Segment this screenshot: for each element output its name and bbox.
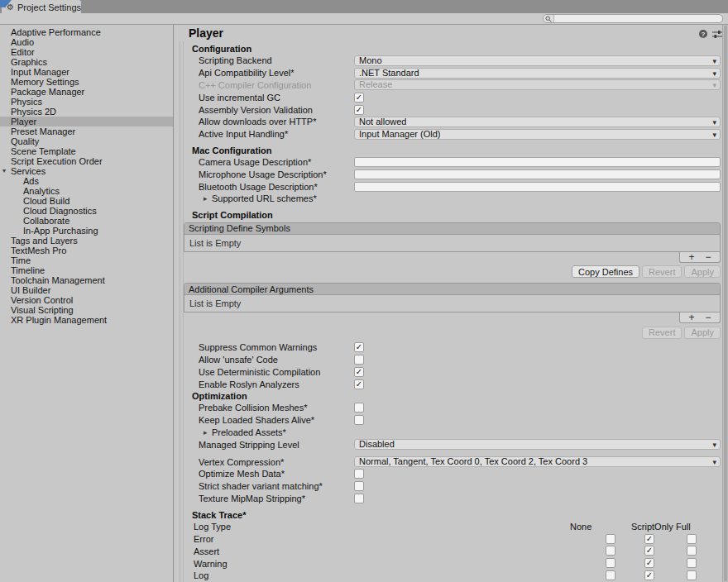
setting-row: Managed Stripping Level Disabled ▾ [184,438,721,451]
list-header[interactable]: Additional Compiler Arguments [184,284,720,295]
setting-label: Camera Usage Description* [184,157,354,167]
foldout-closed-icon[interactable]: ▸ [204,194,212,203]
scripting-define-symbols-list: Scripting Define Symbols List is Empty [184,222,721,252]
project-settings-tab[interactable]: ⚙ Project Settings [2,0,81,14]
sidebar-item-graphics[interactable]: Graphics [0,57,173,67]
sidebar-item-input-manager[interactable]: Input Manager [0,67,173,77]
use-incremental-gc-checkbox[interactable]: ✓ [354,93,364,103]
copy-defines-button[interactable]: Copy Defines [572,265,639,278]
log-full-checkbox[interactable] [687,570,697,580]
assert-none-checkbox[interactable] [606,546,615,556]
setting-label: Allow downloads over HTTP* [184,117,354,126]
section-header-stack-trace: Stack Trace* [184,509,721,521]
sidebar-item-analytics[interactable]: Analytics [0,186,173,196]
remove-button[interactable]: − [706,313,711,322]
setting-label: Use Deterministic Compilation [184,367,354,377]
error-full-checkbox[interactable] [687,534,697,544]
sidebar-item-preset-manager[interactable]: Preset Manager [0,126,173,136]
sidebar-item-xr-plugin-management[interactable]: XR Plugin Management [0,315,173,325]
sidebar-item-timeline[interactable]: Timeline [0,265,173,275]
log-none-checkbox[interactable] [606,570,615,580]
scrollbar-thumb[interactable] [724,26,727,581]
define-symbols-buttons: Copy Defines Revert Apply [184,265,721,278]
warning-full-checkbox[interactable] [687,558,697,568]
add-button[interactable]: + [688,313,694,322]
allow-downloads-over-http-dropdown[interactable]: Not allowed ▾ [354,117,721,127]
foldout-row: ▸ Preloaded Assets* [184,427,721,439]
setting-label: Managed Stripping Level [184,440,354,450]
sidebar-item-scene-template[interactable]: Scene Template [0,146,173,156]
sidebar-item-toolchain-management[interactable]: Toolchain Management [0,275,173,285]
prebake-collision-meshes-checkbox[interactable] [354,403,364,413]
compiler-args-buttons: Revert Apply [184,327,721,339]
setting-row: Microphone Usage Description* [184,168,721,180]
error-scriptonly-checkbox[interactable]: ✓ [644,534,654,544]
remove-button[interactable]: − [706,253,711,261]
sidebar-item-physics-2d[interactable]: Physics 2D [0,107,173,117]
setting-label: Enable Roslyn Analyzers [184,379,354,389]
vertex-compression-dropdown[interactable]: Normal, Tangent, Tex Coord 0, Tex Coord … [354,456,721,467]
warning-none-checkbox[interactable] [606,558,615,568]
cpp-compiler-configuration-dropdown: Release ▾ [354,79,721,90]
presets-icon[interactable] [712,31,722,41]
sidebar-item-version-control[interactable]: Version Control [0,295,173,305]
keep-loaded-shaders-alive-checkbox[interactable] [354,415,364,425]
error-none-checkbox[interactable] [606,534,615,544]
sidebar-item-collaborate[interactable]: Collaborate [0,216,173,226]
sidebar-item-time[interactable]: Time [0,255,173,265]
assembly-version-validation-checkbox[interactable]: ✓ [354,105,364,115]
enable-roslyn-analyzers-checkbox[interactable]: ✓ [354,379,364,389]
assert-full-checkbox[interactable] [687,546,697,556]
allow-unsafe-code-checkbox[interactable] [354,355,364,365]
sidebar-item-cloud-diagnostics[interactable]: Cloud Diagnostics [0,206,173,216]
search-field[interactable] [543,14,723,23]
help-icon[interactable]: ? [699,30,707,38]
microphone-usage-description-input[interactable] [354,169,721,179]
use-deterministic-compilation-checkbox[interactable]: ✓ [354,367,364,377]
sidebar-item-services[interactable]: ▾ Services [0,166,173,176]
setting-label: Scripting Backend [184,55,354,65]
texture-mipmap-stripping-checkbox[interactable] [354,494,364,503]
sidebar-item-player[interactable]: Player [0,117,173,126]
log-scriptonly-checkbox[interactable]: ✓ [644,570,654,580]
sidebar-item-ads[interactable]: Ads [0,176,173,186]
scripting-backend-dropdown[interactable]: Mono ▾ [354,55,721,66]
optimize-mesh-data-checkbox[interactable] [354,469,364,479]
strict-shader-variant-matching-checkbox[interactable] [354,481,364,491]
sidebar-item-textmesh-pro[interactable]: TextMesh Pro [0,246,173,255]
sidebar-item-script-execution-order[interactable]: Script Execution Order [0,156,173,166]
add-button[interactable]: + [688,253,694,261]
foldout-closed-icon[interactable]: ▸ [204,428,212,436]
sidebar-item-in-app-purchasing[interactable]: In-App Purchasing [0,226,173,236]
api-compatibility-dropdown[interactable]: .NET Standard ▾ [354,68,721,79]
sidebar-item-editor[interactable]: Editor [0,47,173,57]
sidebar-item-ui-builder[interactable]: UI Builder [0,285,173,295]
sidebar-item-tags-and-layers[interactable]: Tags and Layers [0,236,173,246]
setting-row: Active Input Handling* Input Manager (Ol… [184,128,721,141]
active-input-handling-dropdown[interactable]: Input Manager (Old) ▾ [354,129,721,140]
warning-scriptonly-checkbox[interactable]: ✓ [644,558,654,568]
stack-trace-row: Assert ✓ [184,545,721,557]
log-type: Error [184,534,354,544]
sidebar-item-quality[interactable]: Quality [0,136,173,146]
bluetooth-usage-description-input[interactable] [354,182,721,192]
sidebar-item-physics[interactable]: Physics [0,97,173,107]
sidebar-item-audio[interactable]: Audio [0,37,173,47]
preloaded-assets-foldout[interactable]: Preloaded Assets* [212,427,286,437]
sidebar-item-visual-scripting[interactable]: Visual Scripting [0,305,173,315]
suppress-common-warnings-checkbox[interactable]: ✓ [354,342,364,352]
sidebar-item-cloud-build[interactable]: Cloud Build [0,196,173,206]
managed-stripping-level-dropdown[interactable]: Disabled ▾ [354,439,721,450]
column-header-none: None [570,522,592,532]
sidebar-item-memory-settings[interactable]: Memory Settings [0,77,173,87]
list-footer: + − [184,312,721,323]
sidebar-item-package-manager[interactable]: Package Manager [0,87,173,97]
search-input[interactable] [554,15,722,22]
sidebar-item-adaptive-performance[interactable]: Adaptive Performance [0,27,173,37]
list-header[interactable]: Scripting Define Symbols [184,223,720,235]
settings-content: Configuration Scripting Backend Mono ▾ A… [184,43,721,582]
foldout-open-icon[interactable]: ▾ [2,166,6,176]
supported-url-schemes-foldout[interactable]: Supported URL schemes* [212,193,317,203]
camera-usage-description-input[interactable] [354,157,721,167]
assert-scriptonly-checkbox[interactable]: ✓ [644,546,654,556]
